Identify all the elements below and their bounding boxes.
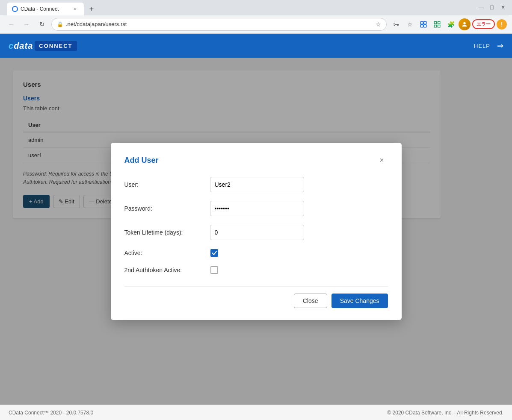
token-field-row: Token Lifetime (days): bbox=[124, 225, 388, 240]
auth2-unchecked-icon bbox=[210, 266, 218, 274]
dialog-footer: Close Save Changes bbox=[124, 286, 388, 308]
app-header: cdata CONNECT HELP ⇒ bbox=[0, 34, 512, 58]
close-button[interactable]: Close bbox=[294, 294, 327, 308]
close-window-button[interactable]: × bbox=[498, 3, 508, 12]
key-icon[interactable]: 🗝 bbox=[390, 18, 402, 30]
warning-button[interactable]: ! bbox=[497, 19, 507, 29]
tab-favicon bbox=[12, 6, 18, 12]
error-badge[interactable]: エラー bbox=[472, 19, 495, 29]
puzzle-icon[interactable]: 🧩 bbox=[445, 18, 457, 30]
title-bar: CData - Connect × + — □ × bbox=[0, 0, 512, 15]
svg-rect-3 bbox=[420, 24, 423, 27]
tab-title: CData - Connect bbox=[21, 6, 59, 12]
minimize-button[interactable]: — bbox=[476, 3, 485, 12]
nav-bar: ← → ↻ 🔒 .net/cdatajapan/users.rst ☆ 🗝 ☆ … bbox=[0, 15, 512, 34]
logout-button[interactable]: ⇒ bbox=[497, 41, 503, 50]
svg-point-0 bbox=[13, 7, 17, 11]
active-checked-icon bbox=[210, 249, 218, 257]
copyright-text: © 2020 CData Software, Inc. - All Rights… bbox=[387, 410, 503, 416]
add-user-dialog: Add User × User: Password: bbox=[111, 143, 402, 320]
tab-bar: CData - Connect × + bbox=[3, 0, 509, 15]
password-label: Password: bbox=[124, 205, 210, 212]
svg-point-9 bbox=[463, 22, 465, 24]
nav-icons: 🗝 ☆ 🧩 エラー ! bbox=[390, 18, 507, 30]
token-input[interactable] bbox=[210, 225, 304, 240]
tab-close-button[interactable]: × bbox=[72, 6, 79, 12]
browser-frame: CData - Connect × + — □ × ← → ↻ 🔒 .net/c… bbox=[0, 0, 512, 420]
bookmark-icon[interactable]: ☆ bbox=[404, 18, 416, 30]
svg-rect-7 bbox=[434, 25, 436, 27]
password-input[interactable] bbox=[210, 201, 304, 216]
user-input[interactable] bbox=[210, 177, 304, 192]
app-logo: cdata CONNECT bbox=[9, 41, 77, 51]
active-checkbox[interactable] bbox=[210, 249, 219, 257]
svg-rect-5 bbox=[434, 21, 436, 23]
user-avatar[interactable] bbox=[459, 18, 471, 30]
auth2-checkbox[interactable] bbox=[210, 266, 219, 274]
modal-overlay: Add User × User: Password: bbox=[0, 58, 512, 405]
auth2-field-row: 2nd Authtoken Active: bbox=[124, 266, 388, 274]
svg-rect-8 bbox=[438, 25, 440, 27]
active-field-row: Active: bbox=[124, 249, 388, 257]
header-right: HELP ⇒ bbox=[474, 41, 503, 50]
user-label: User: bbox=[124, 181, 210, 188]
app-container: cdata CONNECT HELP ⇒ Users Users This ta… bbox=[0, 34, 512, 420]
reload-button[interactable]: ↻ bbox=[36, 18, 48, 30]
svg-rect-1 bbox=[420, 21, 423, 24]
address-text: .net/cdatajapan/users.rst bbox=[66, 21, 373, 27]
error-label: エラー bbox=[476, 21, 491, 27]
app-body: Users Users This table cont User adminus… bbox=[0, 58, 512, 405]
dialog-header: Add User × bbox=[124, 155, 388, 167]
page-footer: CData Connect™ 2020 - 20.0.7578.0 © 2020… bbox=[0, 405, 512, 420]
svg-rect-4 bbox=[424, 24, 426, 27]
extension-s-icon[interactable] bbox=[417, 18, 429, 30]
password-field-row: Password: bbox=[124, 201, 388, 216]
forward-button[interactable]: → bbox=[21, 18, 33, 30]
active-label: Active: bbox=[124, 250, 210, 256]
version-text: CData Connect™ 2020 - 20.0.7578.0 bbox=[9, 410, 93, 416]
active-tab: CData - Connect × bbox=[7, 3, 84, 15]
grid-icon[interactable] bbox=[431, 18, 443, 30]
star-icon[interactable]: ☆ bbox=[376, 21, 381, 28]
svg-rect-2 bbox=[424, 21, 426, 24]
window-controls: — □ × bbox=[476, 3, 508, 12]
dialog-title: Add User bbox=[124, 156, 159, 165]
logo-cdata: cdata bbox=[9, 41, 33, 51]
lock-icon: 🔒 bbox=[57, 21, 63, 27]
dialog-close-icon[interactable]: × bbox=[376, 155, 388, 167]
svg-rect-6 bbox=[438, 21, 440, 23]
token-label: Token Lifetime (days): bbox=[124, 229, 210, 236]
help-link[interactable]: HELP bbox=[474, 43, 490, 49]
restore-button[interactable]: □ bbox=[487, 3, 497, 12]
user-field-row: User: bbox=[124, 177, 388, 192]
logo-connect: CONNECT bbox=[35, 41, 77, 51]
save-changes-button[interactable]: Save Changes bbox=[331, 294, 388, 308]
auth2-label: 2nd Authtoken Active: bbox=[124, 267, 210, 273]
new-tab-button[interactable]: + bbox=[86, 3, 98, 15]
back-button[interactable]: ← bbox=[5, 18, 17, 30]
address-bar[interactable]: 🔒 .net/cdatajapan/users.rst ☆ bbox=[51, 18, 387, 31]
